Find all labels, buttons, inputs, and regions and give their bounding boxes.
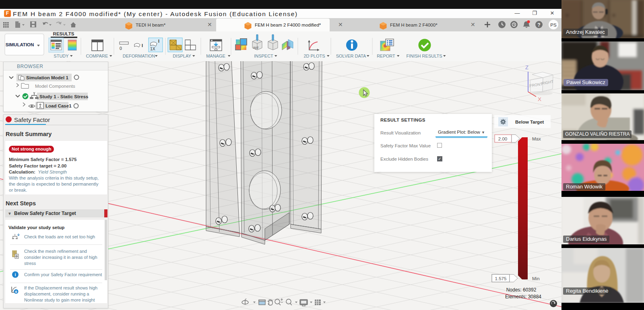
svg-text:DEFORMATION: DEFORMATION — [123, 54, 155, 58]
svg-text:INSPECT: INSPECT — [254, 54, 273, 58]
svg-text:PS: PS — [550, 23, 557, 27]
svg-text:SOLVER DATA: SOLVER DATA — [336, 54, 366, 58]
svg-text:Study 1 - Static Stress: Study 1 - Static Stress — [39, 94, 88, 99]
svg-text:MANAGE: MANAGE — [206, 54, 225, 58]
svg-text:Model Components: Model Components — [35, 84, 75, 89]
svg-text:Min: Min — [532, 276, 540, 281]
svg-text:✕: ✕ — [338, 21, 343, 28]
svg-text:FEM H beam 2 F4000 modified*: FEM H beam 2 F4000 modified* — [255, 23, 321, 27]
svg-text:I: I — [142, 43, 143, 48]
svg-text:X: X — [538, 96, 541, 102]
svg-text:✕: ✕ — [207, 21, 212, 28]
svg-text:I: I — [158, 39, 159, 43]
svg-text:STUDY: STUDY — [54, 54, 69, 58]
svg-text:Below Target: Below Target — [515, 120, 544, 124]
svg-text:DISPLAY: DISPLAY — [173, 54, 191, 58]
svg-text:Nodes: 60392: Nodes: 60392 — [506, 287, 537, 293]
svg-text:SIMULATION: SIMULATION — [6, 42, 34, 47]
svg-text:RESULTS: RESULTS — [53, 31, 74, 36]
svg-text:Elements: 30884: Elements: 30884 — [505, 294, 541, 300]
svg-text:FINISH RESULTS: FINISH RESULTS — [406, 54, 442, 58]
svg-text:2.00: 2.00 — [498, 136, 507, 141]
svg-text:COMPARE: COMPARE — [86, 54, 108, 58]
svg-text:0: 0 — [120, 46, 122, 51]
svg-text:1.575: 1.575 — [495, 276, 507, 281]
svg-text:Load Case1: Load Case1 — [45, 103, 72, 108]
svg-text:?: ? — [537, 22, 540, 28]
svg-text:✕: ✕ — [471, 21, 475, 28]
svg-text:xyz: xyz — [253, 45, 259, 50]
svg-text:Z: Z — [525, 64, 528, 70]
svg-text:TEDI H beam*: TEDI H beam* — [136, 23, 166, 27]
svg-text:FEM H beam 2 F4000*: FEM H beam 2 F4000* — [390, 23, 438, 27]
svg-text:REPORT: REPORT — [377, 54, 395, 58]
svg-text:2D PLOTS: 2D PLOTS — [303, 54, 325, 58]
svg-text:1X: 1X — [150, 46, 155, 51]
svg-text:Max: Max — [532, 136, 541, 141]
svg-text:Simulation Model 1: Simulation Model 1 — [26, 75, 68, 80]
